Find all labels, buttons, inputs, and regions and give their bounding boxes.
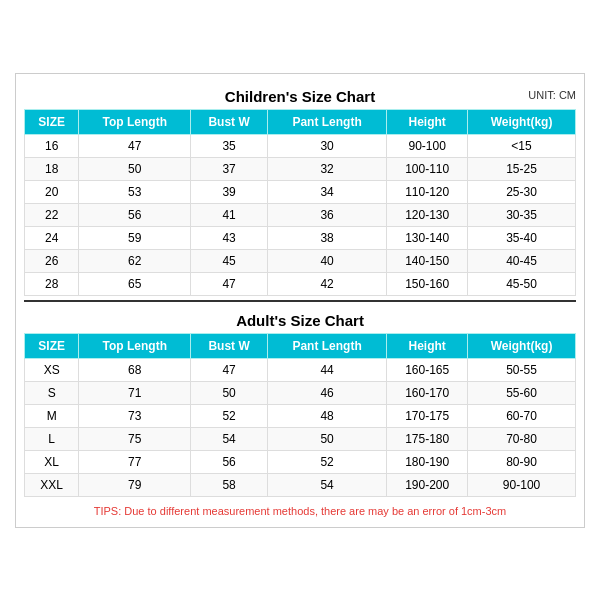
children-cell: 50 <box>79 157 191 180</box>
children-title: Children's Size Chart UNIT: CM <box>24 82 576 109</box>
children-cell: 100-110 <box>387 157 468 180</box>
children-cell: 59 <box>79 226 191 249</box>
children-cell: 32 <box>267 157 386 180</box>
adult-cell: M <box>25 404 79 427</box>
adult-row: S715046160-17055-60 <box>25 381 576 404</box>
children-cell: 34 <box>267 180 386 203</box>
adult-cell: 60-70 <box>468 404 576 427</box>
children-cell: 120-130 <box>387 203 468 226</box>
col-header-pant-length: Pant Length <box>267 109 386 134</box>
adult-cell: 160-170 <box>387 381 468 404</box>
adult-cell: 50 <box>267 427 386 450</box>
children-cell: 42 <box>267 272 386 295</box>
adult-col-header-top-length: Top Length <box>79 333 191 358</box>
unit-label: UNIT: CM <box>528 89 576 101</box>
adult-cell: 70-80 <box>468 427 576 450</box>
section-divider <box>24 300 576 302</box>
children-row: 26624540140-15040-45 <box>25 249 576 272</box>
children-cell: 26 <box>25 249 79 272</box>
adult-cell: XL <box>25 450 79 473</box>
adult-cell: XS <box>25 358 79 381</box>
col-header-height: Height <box>387 109 468 134</box>
adult-row: XXL795854190-20090-100 <box>25 473 576 496</box>
adult-header-row: SIZE Top Length Bust W Pant Length Heigh… <box>25 333 576 358</box>
adult-col-header-bust-w: Bust W <box>191 333 268 358</box>
children-cell: 28 <box>25 272 79 295</box>
adult-cell: 79 <box>79 473 191 496</box>
adult-cell: 48 <box>267 404 386 427</box>
children-cell: 15-25 <box>468 157 576 180</box>
adult-cell: 52 <box>267 450 386 473</box>
adult-cell: XXL <box>25 473 79 496</box>
children-cell: 38 <box>267 226 386 249</box>
children-title-text: Children's Size Chart <box>225 88 375 105</box>
tips-text: TIPS: Due to different measurement metho… <box>24 499 576 519</box>
children-cell: 56 <box>79 203 191 226</box>
adult-cell: 180-190 <box>387 450 468 473</box>
adult-cell: 68 <box>79 358 191 381</box>
adult-cell: 90-100 <box>468 473 576 496</box>
children-cell: 24 <box>25 226 79 249</box>
adult-cell: 80-90 <box>468 450 576 473</box>
children-cell: 53 <box>79 180 191 203</box>
children-row: 1647353090-100<15 <box>25 134 576 157</box>
adult-cell: 56 <box>191 450 268 473</box>
adult-row: XS684744160-16550-55 <box>25 358 576 381</box>
adult-cell: 160-165 <box>387 358 468 381</box>
adult-cell: 54 <box>267 473 386 496</box>
children-row: 20533934110-12025-30 <box>25 180 576 203</box>
adult-col-header-pant-length: Pant Length <box>267 333 386 358</box>
adult-cell: 46 <box>267 381 386 404</box>
chart-container: Children's Size Chart UNIT: CM SIZE Top … <box>15 73 585 528</box>
adult-row: XL775652180-19080-90 <box>25 450 576 473</box>
children-cell: 40 <box>267 249 386 272</box>
children-cell: 35-40 <box>468 226 576 249</box>
col-header-top-length: Top Length <box>79 109 191 134</box>
adult-table: SIZE Top Length Bust W Pant Length Heigh… <box>24 333 576 497</box>
col-header-size: SIZE <box>25 109 79 134</box>
children-cell: 150-160 <box>387 272 468 295</box>
children-cell: 43 <box>191 226 268 249</box>
children-row: 18503732100-11015-25 <box>25 157 576 180</box>
adult-cell: 50 <box>191 381 268 404</box>
children-cell: 47 <box>191 272 268 295</box>
adult-cell: 71 <box>79 381 191 404</box>
adult-cell: 55-60 <box>468 381 576 404</box>
children-row: 28654742150-16045-50 <box>25 272 576 295</box>
children-cell: 90-100 <box>387 134 468 157</box>
children-cell: 130-140 <box>387 226 468 249</box>
children-cell: 22 <box>25 203 79 226</box>
children-cell: <15 <box>468 134 576 157</box>
children-cell: 18 <box>25 157 79 180</box>
children-cell: 36 <box>267 203 386 226</box>
adult-cell: 73 <box>79 404 191 427</box>
adult-cell: 77 <box>79 450 191 473</box>
adult-cell: 175-180 <box>387 427 468 450</box>
children-cell: 37 <box>191 157 268 180</box>
children-cell: 45 <box>191 249 268 272</box>
children-cell: 20 <box>25 180 79 203</box>
adult-cell: 47 <box>191 358 268 381</box>
children-cell: 41 <box>191 203 268 226</box>
children-cell: 25-30 <box>468 180 576 203</box>
adult-cell: 170-175 <box>387 404 468 427</box>
children-cell: 47 <box>79 134 191 157</box>
adult-col-header-height: Height <box>387 333 468 358</box>
children-table: SIZE Top Length Bust W Pant Length Heigh… <box>24 109 576 296</box>
children-cell: 35 <box>191 134 268 157</box>
children-cell: 62 <box>79 249 191 272</box>
adult-title: Adult's Size Chart <box>24 306 576 333</box>
children-row: 22564136120-13030-35 <box>25 203 576 226</box>
col-header-bust-w: Bust W <box>191 109 268 134</box>
children-row: 24594338130-14035-40 <box>25 226 576 249</box>
adult-cell: 54 <box>191 427 268 450</box>
children-cell: 40-45 <box>468 249 576 272</box>
children-cell: 110-120 <box>387 180 468 203</box>
children-cell: 45-50 <box>468 272 576 295</box>
adult-cell: L <box>25 427 79 450</box>
children-cell: 65 <box>79 272 191 295</box>
adult-cell: 50-55 <box>468 358 576 381</box>
children-cell: 16 <box>25 134 79 157</box>
adult-cell: 44 <box>267 358 386 381</box>
children-cell: 140-150 <box>387 249 468 272</box>
